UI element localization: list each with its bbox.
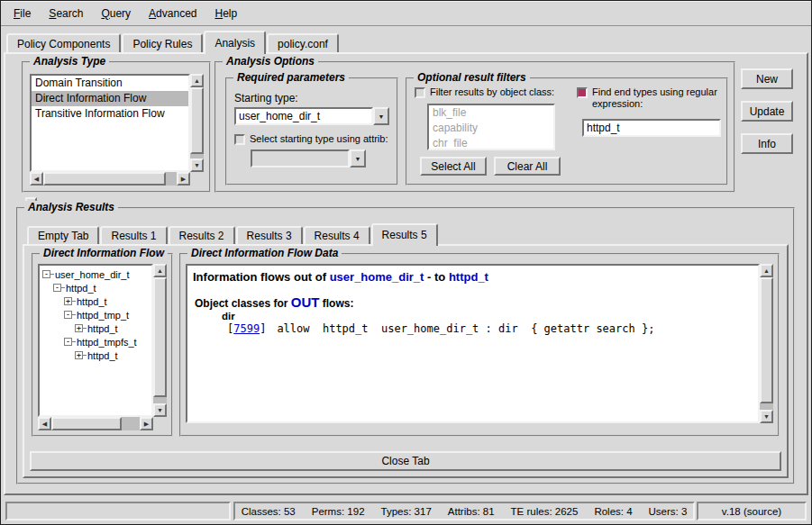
scrollbar-trough[interactable] [153,277,167,403]
tree-expand-icon[interactable]: + [75,351,83,359]
tree-node-label[interactable]: httpd_t [87,350,118,361]
scroll-left-arrow-icon[interactable]: ◀ [30,172,43,186]
tree-node-label[interactable]: user_home_dir_t [55,269,130,280]
close-tab-button[interactable]: Close Tab [30,451,781,471]
stat-perms: Perms: 192 [312,506,365,517]
scroll-left-arrow-icon[interactable]: ◀ [38,417,51,430]
tree-vertical-scrollbar[interactable]: ▲ ▼ [153,264,167,417]
tree-horizontal-scrollbar[interactable]: ◀ ▶ [38,417,153,430]
flow-direction: OUT [291,294,320,310]
regex-checkbox[interactable] [577,87,588,98]
object-class-item-chr-file: chr_file [429,136,553,150]
scrollbar-thumb[interactable] [760,277,773,403]
scrollbar-thumb[interactable] [51,417,122,430]
analysis-type-listbox[interactable]: Domain Transition Direct Information Flo… [30,74,190,172]
scrollbar-trough[interactable] [43,172,177,186]
object-class-filter-checkbox[interactable] [415,87,425,98]
data-vertical-scrollbar[interactable]: ▲ ▼ [760,264,773,423]
scroll-right-arrow-icon[interactable]: ▶ [140,417,153,430]
attrib-checkbox[interactable] [234,134,245,145]
select-all-button[interactable]: Select All [420,157,487,176]
tab-results-4[interactable]: Results 4 [304,226,370,244]
tree-collapse-icon[interactable]: - [64,311,72,319]
tree-node-label[interactable]: httpd_tmpfs_t [77,337,137,348]
tab-policy-components[interactable]: Policy Components [6,33,121,52]
tree-node-label[interactable]: httpd_t [66,283,96,294]
menu-help[interactable]: Help [205,5,246,22]
flow-header-mid: - to [427,270,445,284]
tree-node[interactable]: - httpd_t [53,281,151,294]
tree-node[interactable]: - httpd_tmp_t [64,308,151,321]
tree-node[interactable]: + httpd_t [64,294,151,308]
scrollbar-thumb[interactable] [190,87,204,154]
scroll-down-arrow-icon[interactable]: ▼ [153,403,167,417]
scroll-up-arrow-icon[interactable]: ▲ [760,264,773,277]
tree-node-label[interactable]: httpd_t [87,323,118,334]
list-item-direct-information-flow[interactable]: Direct Information Flow [32,91,188,106]
tree-collapse-icon[interactable]: - [64,338,72,346]
tab-results-2[interactable]: Results 2 [169,226,235,244]
flow-tree[interactable]: - user_home_dir_t - httpd_t + httpd_t [38,264,153,417]
scroll-right-arrow-icon[interactable]: ▶ [177,172,190,186]
scroll-up-arrow-icon[interactable]: ▲ [153,264,167,277]
tab-policy-conf[interactable]: policy.conf [267,33,339,52]
tree-expand-icon[interactable]: + [75,324,83,332]
regex-checkbox-label: Find end types using regular expression: [592,86,723,110]
flow-data-area: Information flows out of user_home_dir_t… [186,264,773,423]
analysis-type-horizontal-scrollbar[interactable]: ◀ ▶ [30,172,190,186]
tab-policy-rules[interactable]: Policy Rules [122,33,203,52]
menu-query[interactable]: Query [92,5,140,22]
object-classes-suffix: flows: [323,297,354,310]
starting-type-label: Starting type: [234,92,389,104]
info-button[interactable]: Info [741,133,793,154]
scroll-down-arrow-icon[interactable]: ▼ [760,410,773,423]
stat-roles: Roles: 4 [594,506,632,517]
object-class-name: dir [222,311,753,321]
tree-connector [61,287,65,288]
tab-analysis[interactable]: Analysis [204,31,266,54]
analysis-results-title: Analysis Results [24,201,118,213]
tree-node[interactable]: + httpd_t [75,321,151,335]
tree-node-label[interactable]: httpd_t [77,296,107,307]
scrollbar-trough[interactable] [760,277,773,410]
tree-collapse-icon[interactable]: - [53,284,61,292]
clear-all-button[interactable]: Clear All [494,157,561,176]
tree-expand-icon[interactable]: + [64,297,72,305]
analysis-type-title: Analysis Type [30,55,109,68]
analysis-type-vertical-scrollbar[interactable]: ▲ ▼ [190,74,204,172]
menu-search[interactable]: Search [40,5,92,22]
tab-empty-tab[interactable]: Empty Tab [27,226,99,244]
scrollbar-trough[interactable] [51,417,140,430]
scrollbar-thumb[interactable] [153,277,167,397]
starting-type-combobox[interactable]: ▼ [234,107,389,125]
update-button[interactable]: Update [741,101,793,122]
tab-results-3[interactable]: Results 3 [236,226,303,244]
starting-type-input[interactable] [234,107,373,125]
analysis-options-frame: Analysis Options Required parameters Sta… [214,61,735,193]
combobox-dropdown-button[interactable]: ▼ [373,107,389,125]
tree-collapse-icon[interactable]: - [42,270,50,278]
tab-results-5[interactable]: Results 5 [371,223,438,246]
scroll-down-arrow-icon[interactable]: ▼ [190,158,204,172]
tree-node[interactable]: - user_home_dir_t [42,267,151,281]
new-button[interactable]: New [741,68,793,89]
menu-file[interactable]: File [5,5,40,22]
scrollbar-trough[interactable] [190,87,204,158]
list-item-domain-transition[interactable]: Domain Transition [32,76,188,91]
list-item-transitive-information-flow[interactable]: Transitive Information Flow [32,106,188,122]
apol-window: File Search Query Advanced Help Policy C… [0,0,812,525]
scroll-up-arrow-icon[interactable]: ▲ [190,74,204,87]
attrib-checkbox-row: Select starting type using attrib: [234,133,389,145]
scrollbar-thumb[interactable] [43,172,166,186]
flow-header-prefix: Information flows out of [193,270,326,284]
tree-node[interactable]: - httpd_tmpfs_t [64,335,151,348]
object-class-filter-label: Filter results by object class: [430,86,554,98]
tree-node[interactable]: + httpd_t [75,348,151,362]
regex-input[interactable] [582,119,721,137]
tree-node-label[interactable]: httpd_tmp_t [77,310,129,321]
tab-results-1[interactable]: Results 1 [100,226,167,244]
flow-data-text: Information flows out of user_home_dir_t… [186,264,760,423]
rule-number-link[interactable]: 7599 [233,322,260,335]
menu-advanced[interactable]: Advanced [140,5,205,22]
results-page: Direct Information Flow T - user_home_di… [23,244,789,478]
